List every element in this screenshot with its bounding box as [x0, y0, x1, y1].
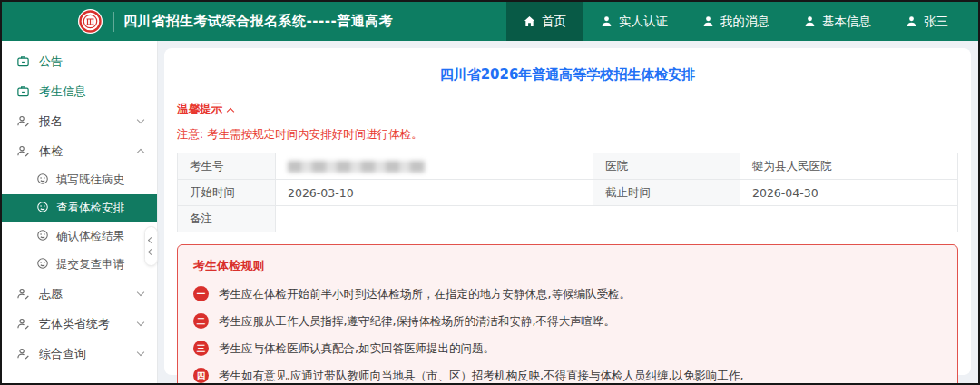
examinee-number-label: 考生号 — [178, 153, 276, 180]
sidebar-item-candidate-info[interactable]: 考生信息 — [2, 76, 157, 106]
hospital-value: 犍为县人民医院 — [740, 153, 958, 180]
rule-item: 一 考生应在体检开始前半小时到达体检场所，在指定的地方安静休息,等候编队受检。 — [193, 286, 942, 301]
sidebar-item-announcements[interactable]: 公告 — [2, 46, 157, 76]
rule-number-badge: 一 — [193, 286, 209, 301]
sidebar-subitem-submit-recheck-request[interactable]: 提交复查申请 — [2, 251, 157, 279]
user-icon — [906, 15, 917, 27]
user-icon — [804, 15, 816, 27]
nav-basic-info-label: 基本信息 — [822, 14, 871, 30]
nav-home[interactable]: 首页 — [506, 2, 583, 41]
chevron-down-icon — [137, 116, 144, 123]
user-edit-icon — [15, 114, 30, 128]
rule-number-badge: 二 — [193, 313, 209, 329]
page-body: 公告 考生信息 报名 体检 — [2, 41, 978, 383]
sidebar-item-art-pe-provincial-exam[interactable]: 艺体类省统考 — [2, 309, 157, 339]
sidebar-subitem-confirm-exam-result[interactable]: 确认体检结果 — [2, 222, 157, 251]
content-card: 四川省2026年普通高等学校招生体检安排 温馨提示 注意: 考生需按规定时间内安… — [164, 48, 971, 375]
rule-text: 考生应服从工作人员指挥,遵守纪律,保持体检场所的清洁和安静,不得大声喧哗。 — [219, 313, 615, 329]
brand-divider — [113, 12, 114, 32]
end-time-value: 2026-04-30 — [740, 180, 958, 206]
sidebar-item-preferences[interactable]: 志愿 — [2, 279, 157, 309]
nav-my-messages[interactable]: 我的消息 — [685, 2, 787, 41]
smiley-icon — [36, 257, 49, 272]
sidebar-subitem-fill-medical-history[interactable]: 填写既往病史 — [2, 166, 157, 194]
user-icon — [601, 15, 612, 27]
rules-title: 考生体检规则 — [193, 258, 942, 274]
user-icon — [702, 15, 714, 27]
chevron-down-icon — [137, 319, 144, 326]
app-window: 四川省招生考试综合报名系统-----普通高考 首页 实人认证 我的消息 — [0, 0, 980, 385]
sidebar-item-comprehensive-query[interactable]: 综合查询 — [2, 339, 157, 369]
home-icon — [524, 15, 535, 27]
hospital-label: 医院 — [593, 153, 740, 180]
sidebar-item-physical-exam[interactable]: 体检 — [2, 136, 157, 166]
table-row: 开始时间 2026-03-10 截止时间 2026-04-30 — [178, 180, 958, 206]
start-time-label: 开始时间 — [178, 180, 276, 206]
candidate-info-icon — [15, 84, 30, 98]
chevron-down-icon — [137, 349, 144, 356]
nav-username-label: 张三 — [924, 14, 948, 30]
announcement-icon — [15, 54, 30, 68]
tips-label: 温馨提示 — [177, 102, 222, 117]
sidebar-subitem-label: 查看体检安排 — [56, 201, 124, 216]
nav-identity-label: 实人认证 — [619, 14, 668, 30]
brand: 四川省招生考试综合报名系统-----普通高考 — [2, 2, 393, 41]
chevron-down-icon — [137, 289, 144, 296]
rule-text: 考生应在体检开始前半小时到达体检场所，在指定的地方安静休息,等候编队受检。 — [219, 286, 631, 301]
rule-text: 考生应与体检医师认真配合,如实回答医师提出的问题。 — [219, 341, 495, 356]
sidebar-item-label: 综合查询 — [39, 346, 86, 362]
sidebar-item-label: 艺体类省统考 — [39, 316, 110, 332]
exam-info-table: 考生号 医院 犍为县人民医院 开始时间 2026-03-10 截止时间 2026… — [177, 153, 958, 232]
rule-item: 四 考生如有意见,应通过带队教师向当地县（市、区）招考机构反映,不得直接与体检人… — [193, 368, 942, 383]
exam-rules-panel: 考生体检规则 一 考生应在体检开始前半小时到达体检场所，在指定的地方安静休息,等… — [177, 244, 958, 385]
remark-label: 备注 — [178, 206, 276, 232]
end-time-label: 截止时间 — [593, 180, 740, 206]
seal-logo-icon — [78, 9, 103, 34]
user-edit-icon — [15, 317, 30, 331]
sidebar-collapse-handle[interactable] — [144, 226, 158, 266]
sidebar-item-registration[interactable]: 报名 — [2, 106, 157, 136]
tips-toggle[interactable]: 温馨提示 — [177, 102, 958, 117]
examinee-number-redacted — [288, 161, 426, 173]
chevron-left-icon — [148, 249, 154, 255]
sidebar-item-label: 考生信息 — [39, 84, 86, 100]
chevron-up-icon — [137, 149, 144, 156]
rule-item: 二 考生应服从工作人员指挥,遵守纪律,保持体检场所的清洁和安静,不得大声喧哗。 — [193, 313, 942, 329]
collapse-caret-icon — [227, 107, 234, 114]
sidebar: 公告 考生信息 报名 体检 — [2, 41, 158, 383]
notice-text: 注意: 考生需按规定时间内安排好时间进行体检。 — [177, 127, 958, 143]
sidebar-item-label: 体检 — [39, 143, 63, 160]
sidebar-subitem-label: 提交复查申请 — [56, 257, 124, 272]
user-edit-icon — [15, 144, 30, 158]
rule-text: 考生如有意见,应通过带队教师向当地县（市、区）招考机构反映,不得直接与体检人员纠… — [219, 368, 743, 383]
smiley-icon — [36, 173, 49, 188]
rule-number-badge: 四 — [193, 368, 209, 383]
nav-user-account[interactable]: 张三 — [888, 2, 965, 41]
top-nav: 首页 实人认证 我的消息 基本信息 — [506, 2, 978, 41]
page-title: 四川省2026年普通高等学校招生体检安排 — [177, 66, 958, 84]
table-row: 考生号 医院 犍为县人民医院 — [178, 153, 958, 180]
user-edit-icon — [15, 287, 30, 301]
sidebar-subitem-view-exam-schedule[interactable]: 查看体检安排 — [2, 194, 157, 222]
rule-number-badge: 三 — [193, 341, 209, 356]
sidebar-item-label: 报名 — [39, 114, 63, 130]
remark-value — [276, 206, 958, 232]
smiley-icon — [36, 201, 49, 216]
smiley-icon — [36, 229, 49, 244]
start-time-value: 2026-03-10 — [276, 180, 593, 206]
sidebar-item-label: 公告 — [39, 54, 63, 70]
top-header: 四川省招生考试综合报名系统-----普通高考 首页 实人认证 我的消息 — [2, 2, 978, 41]
table-row: 备注 — [178, 206, 958, 232]
sidebar-subitem-label: 确认体检结果 — [56, 229, 124, 244]
content-area: 四川省2026年普通高等学校招生体检安排 温馨提示 注意: 考生需按规定时间内安… — [158, 41, 978, 383]
chevron-left-icon — [148, 237, 154, 243]
sidebar-item-label: 志愿 — [39, 286, 63, 302]
nav-messages-label: 我的消息 — [720, 14, 769, 30]
nav-identity-verification[interactable]: 实人认证 — [583, 2, 685, 41]
rule-item: 三 考生应与体检医师认真配合,如实回答医师提出的问题。 — [193, 341, 942, 356]
examinee-number-value — [276, 153, 593, 180]
app-title: 四川省招生考试综合报名系统-----普通高考 — [123, 13, 393, 30]
user-edit-icon — [15, 347, 30, 360]
sidebar-subitem-label: 填写既往病史 — [56, 173, 124, 188]
nav-basic-info[interactable]: 基本信息 — [787, 2, 888, 41]
